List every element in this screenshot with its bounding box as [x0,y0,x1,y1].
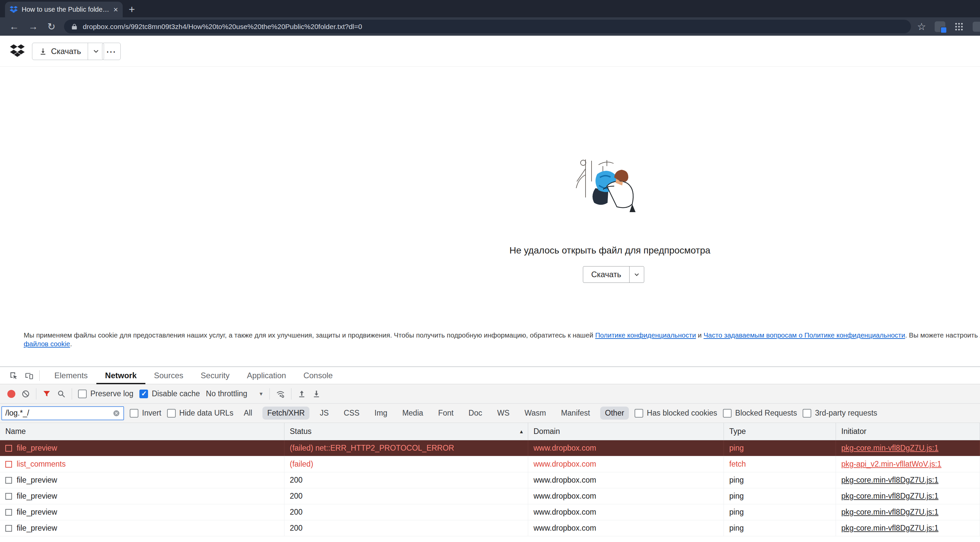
device-toolbar-icon[interactable] [25,371,33,380]
column-header-initiator[interactable]: Initiator [836,423,980,440]
divider [36,388,37,400]
filter-type-img[interactable]: Img [370,406,392,419]
disable-cache-checkbox[interactable] [139,390,148,398]
divider [72,388,72,400]
request-type: fetch [724,456,836,472]
filter-type-other[interactable]: Other [600,406,629,419]
filter-input[interactable]: /log.*_/ [2,406,124,420]
header-download-label: Скачать [51,47,81,56]
reload-icon[interactable]: ↻ [47,21,55,32]
cookie-tool-link-2[interactable]: файлов cookie [24,340,70,348]
request-name: file_preview [17,492,57,501]
filter-type-fetch-xhr[interactable]: Fetch/XHR [262,406,309,419]
table-row[interactable]: file_preview 200 www.dropbox.com ping pk… [0,472,980,488]
devtools-tab-sources[interactable]: Sources [145,367,192,384]
request-icon [5,493,12,500]
request-initiator-link[interactable]: pkg-api_v2.min-vfllatWoV.js:1 [841,460,941,469]
new-tab-button[interactable]: + [129,4,135,15]
table-row[interactable]: file_preview 200 www.dropbox.com ping pk… [0,488,980,504]
throttling-dropdown[interactable]: No throttling ▼ [206,389,264,398]
devtools-tab-elements[interactable]: Elements [46,367,96,384]
devtools-tab-console[interactable]: Console [295,367,342,384]
preserve-log-checkbox[interactable] [78,390,87,398]
tab-close-icon[interactable]: × [113,6,118,14]
request-initiator-link[interactable]: pkg-core.min-vfl8DgZ7U.js:1 [841,492,938,501]
privacy-faq-link[interactable]: Часто задаваемым вопросам о Политике кон… [703,331,905,339]
request-initiator-link[interactable]: pkg-core.min-vfl8DgZ7U.js:1 [841,443,938,453]
column-header-domain[interactable]: Domain [528,423,724,440]
invert-checkbox[interactable] [130,409,138,418]
cookie-text-1: Мы применяем файлы cookie для предоставл… [24,331,595,339]
browser-menu-icon[interactable] [973,22,980,32]
browser-tab[interactable]: How to use the Public folder.txt × [5,2,123,18]
request-type: ping [724,488,836,504]
filter-type-manifest[interactable]: Manifest [556,406,595,419]
filter-type-js[interactable]: JS [315,406,333,419]
table-row[interactable]: list_comments (failed) www.dropbox.com f… [0,456,980,472]
devtools-tab-bar: Elements Network Sources Security Applic… [0,367,980,384]
header-download-button[interactable]: Скачать [32,43,88,60]
devtools-tab-application[interactable]: Application [238,367,294,384]
has-blocked-cookies-label: Has blocked cookies [647,408,717,418]
column-header-name[interactable]: Name [0,423,285,440]
filter-icon[interactable] [42,390,51,398]
has-blocked-cookies-checkbox[interactable] [635,409,643,418]
filter-type-font[interactable]: Font [433,406,458,419]
filter-type-media[interactable]: Media [398,406,428,419]
bookmark-star-icon[interactable]: ☆ [917,21,926,32]
browser-navbar: ← → ↻ dropbox.com/s/992tc8mn09t3zh4/How%… [0,18,980,36]
extension-icon[interactable] [935,21,945,32]
apps-grid-icon[interactable] [954,22,964,32]
clear-network-log-icon[interactable] [21,390,30,398]
import-har-icon[interactable] [298,390,306,398]
back-icon[interactable]: ← [10,21,19,32]
request-domain: www.dropbox.com [528,472,724,488]
request-initiator-link[interactable]: pkg-core.min-vfl8DgZ7U.js:1 [841,508,938,516]
divider [269,388,270,400]
column-header-status[interactable]: Status▲ [285,423,528,440]
privacy-policy-link[interactable]: Политике конфиденциальности [595,331,696,339]
filter-type-all[interactable]: All [239,406,257,419]
filter-type-doc[interactable]: Doc [464,406,487,419]
forward-icon[interactable]: → [29,21,38,32]
table-row[interactable]: file_preview 200 www.dropbox.com ping pk… [0,504,980,520]
request-status: 200 [285,520,528,536]
request-initiator-link[interactable]: pkg-core.min-vfl8DgZ7U.js:1 [841,524,938,532]
filter-type-css[interactable]: CSS [339,406,364,419]
network-table-header: Name Status▲ Domain Type Initiator [0,423,980,440]
network-toolbar: Preserve log Disable cache No throttling… [0,384,980,403]
hide-data-urls-checkbox[interactable] [167,409,176,418]
request-status: 200 [285,504,528,520]
request-initiator-link[interactable]: pkg-core.min-vfl8DgZ7U.js:1 [841,476,938,485]
request-name: file_preview [17,443,57,453]
clear-filter-icon[interactable] [113,410,120,417]
third-party-requests-checkbox[interactable] [803,409,811,418]
devtools-tab-security[interactable]: Security [192,367,239,384]
header-download-dropdown[interactable] [88,43,104,60]
devtools-tab-network[interactable]: Network [96,367,145,384]
table-row[interactable]: file_preview 200 www.dropbox.com ping pk… [0,520,980,536]
column-header-type[interactable]: Type [724,423,836,440]
dropbox-header: Скачать ⋯ [0,36,980,67]
dropbox-logo-icon[interactable] [10,45,25,58]
preview-download-dropdown[interactable] [629,266,644,282]
throttling-value: No throttling [206,389,247,398]
table-row[interactable]: file_preview (failed) net::ERR_HTTP2_PRO… [0,440,980,456]
filter-type-wasm[interactable]: Wasm [520,406,550,419]
third-party-requests-label: 3rd-party requests [815,408,877,418]
request-status: (failed) net::ERR_HTTP2_PROTOCOL_ERROR [285,440,528,456]
network-conditions-icon[interactable] [276,390,285,398]
blocked-requests-checkbox[interactable] [723,409,732,418]
export-har-icon[interactable] [312,390,321,398]
request-type: ping [724,440,836,456]
request-type: ping [724,504,836,520]
preview-download-button[interactable]: Скачать [583,266,629,282]
inspect-element-icon[interactable] [10,371,18,380]
record-network-log-button[interactable] [7,390,15,398]
header-more-options-button[interactable]: ⋯ [102,43,121,60]
request-icon [5,525,12,532]
search-icon[interactable] [57,390,66,398]
url-bar[interactable]: dropbox.com/s/992tc8mn09t3zh4/How%20to%2… [64,20,911,33]
filter-type-ws[interactable]: WS [493,406,514,419]
lock-icon [71,23,78,30]
